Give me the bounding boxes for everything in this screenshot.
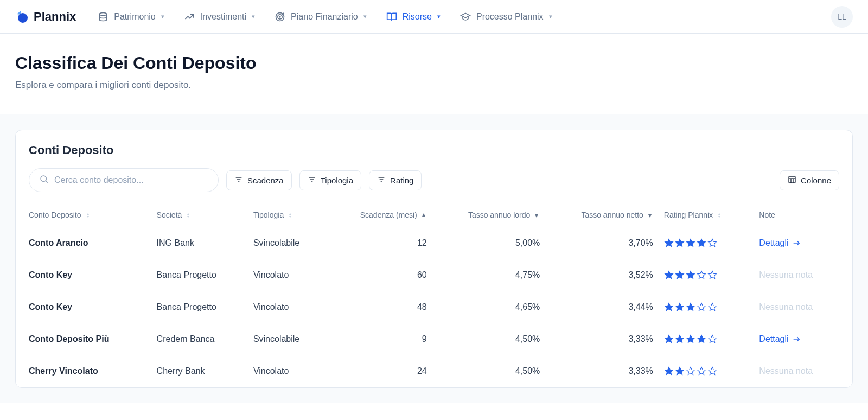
- card-toolbar: ScadenzaTipologiaRating Colonne: [16, 168, 852, 203]
- search-input[interactable]: [54, 175, 208, 185]
- star-filled-icon: [675, 270, 685, 280]
- cell-company: Banca Progetto: [151, 259, 248, 291]
- filter-label: Rating: [390, 176, 413, 185]
- chevron-down-icon: ▾: [363, 13, 367, 20]
- nav-label: Processo Plannix: [476, 12, 544, 22]
- user-avatar[interactable]: LL: [831, 6, 853, 28]
- brand-logo[interactable]: Plannix: [15, 10, 76, 24]
- deposits-table: Conto Deposito Società Tipologia Scadenz…: [16, 203, 852, 387]
- rating-stars: [664, 366, 749, 376]
- cell-rating: [659, 355, 754, 387]
- star-filled-icon: [686, 238, 695, 248]
- cell-name: Conto Key: [16, 291, 151, 323]
- cell-gross: 4,75%: [432, 259, 546, 291]
- cell-type: Svincolabile: [248, 323, 326, 355]
- avatar-initials: LL: [838, 12, 846, 21]
- nav-item-processo-plannix[interactable]: Processo Plannix▾: [460, 11, 552, 22]
- cell-gross: 4,65%: [432, 291, 546, 323]
- sort-icon: [716, 212, 723, 219]
- cell-maturity: 12: [326, 227, 432, 259]
- nav-label: Patrimonio: [114, 12, 155, 22]
- filter-buttons: ScadenzaTipologiaRating: [226, 170, 422, 190]
- table-row: Conto Key Banca Progetto Vincolato 48 4,…: [16, 291, 852, 323]
- col-company[interactable]: Società: [151, 203, 248, 227]
- star-empty-icon: [707, 302, 717, 312]
- cell-net: 3,33%: [545, 355, 659, 387]
- cell-rating: [659, 291, 754, 323]
- nav-item-investimenti[interactable]: Investimenti▾: [184, 11, 255, 22]
- chevron-down-icon: ▾: [161, 13, 164, 20]
- columns-icon: [788, 175, 796, 186]
- page-title: Classifica Dei Conti Deposito: [15, 53, 853, 73]
- star-filled-icon: [686, 334, 695, 344]
- svg-point-0: [18, 13, 28, 23]
- sort-down-icon: [647, 212, 653, 219]
- cell-rating: [659, 259, 754, 291]
- nav-item-patrimonio[interactable]: Patrimonio▾: [98, 11, 164, 22]
- star-empty-icon: [697, 270, 706, 280]
- star-empty-icon: [686, 366, 695, 376]
- star-filled-icon: [686, 302, 695, 312]
- cell-gross: 4,50%: [432, 323, 546, 355]
- rating-stars: [664, 238, 749, 248]
- col-rating[interactable]: Rating Plannix: [659, 203, 754, 227]
- filter-icon: [377, 175, 386, 186]
- col-maturity[interactable]: Scadenza (mesi): [326, 203, 432, 227]
- filter-scadenza[interactable]: Scadenza: [226, 170, 292, 190]
- nav-item-piano-finanziario[interactable]: Piano Finanziario▾: [275, 11, 367, 22]
- search-box[interactable]: [29, 168, 219, 192]
- target-icon: [275, 11, 285, 22]
- star-filled-icon: [675, 302, 685, 312]
- cell-note: Dettagli: [754, 323, 852, 355]
- col-net[interactable]: Tasso annuo netto: [545, 203, 659, 227]
- col-gross[interactable]: Tasso annuo lordo: [432, 203, 546, 227]
- sort-up-icon: [420, 212, 427, 219]
- star-empty-icon: [697, 366, 706, 376]
- table-head: Conto Deposito Società Tipologia Scadenz…: [16, 203, 852, 227]
- filter-label: Scadenza: [247, 176, 284, 185]
- filter-rating[interactable]: Rating: [369, 170, 422, 190]
- star-empty-icon: [707, 366, 717, 376]
- note-empty: Nessuna nota: [759, 366, 813, 376]
- cell-note: Nessuna nota: [754, 291, 852, 323]
- cell-maturity: 24: [326, 355, 432, 387]
- star-filled-icon: [675, 366, 685, 376]
- cell-name: Cherry Vincolato: [16, 355, 151, 387]
- cell-type: Vincolato: [248, 259, 326, 291]
- cell-company: Cherry Bank: [151, 355, 248, 387]
- note-details-link[interactable]: Dettagli: [759, 238, 800, 248]
- book-icon: [386, 11, 397, 22]
- cell-note: Nessuna nota: [754, 355, 852, 387]
- card-title: Conti Deposito: [16, 143, 852, 168]
- table-row: Conto Deposito Più Credem Banca Svincola…: [16, 323, 852, 355]
- brand-icon: [15, 10, 29, 24]
- search-icon: [39, 174, 49, 186]
- columns-button[interactable]: Colonne: [780, 170, 839, 190]
- filter-tipologia[interactable]: Tipologia: [299, 170, 361, 190]
- sort-down-icon: [533, 212, 540, 219]
- trending-icon: [184, 11, 195, 22]
- nav-label: Risorse: [403, 12, 432, 22]
- arrow-right-icon: [792, 335, 801, 343]
- nav-label: Investimenti: [200, 12, 246, 22]
- table-row: Cherry Vincolato Cherry Bank Vincolato 2…: [16, 355, 852, 387]
- col-note: Note: [754, 203, 852, 227]
- col-name[interactable]: Conto Deposito: [16, 203, 151, 227]
- app-header: Plannix Patrimonio▾Investimenti▾Piano Fi…: [0, 0, 868, 34]
- star-filled-icon: [686, 270, 695, 280]
- cell-rating: [659, 323, 754, 355]
- col-type[interactable]: Tipologia: [248, 203, 326, 227]
- svg-line-6: [46, 181, 47, 182]
- cell-net: 3,33%: [545, 323, 659, 355]
- note-details-link[interactable]: Dettagli: [759, 334, 800, 344]
- nav-label: Piano Finanziario: [291, 12, 358, 22]
- cell-type: Vincolato: [248, 355, 326, 387]
- star-empty-icon: [707, 270, 717, 280]
- svg-point-5: [41, 176, 47, 182]
- nav-item-risorse[interactable]: Risorse▾: [386, 11, 441, 22]
- cell-company: Banca Progetto: [151, 291, 248, 323]
- rating-stars: [664, 302, 749, 312]
- cell-net: 3,70%: [545, 227, 659, 259]
- chevron-down-icon: ▾: [252, 13, 255, 20]
- cell-net: 3,52%: [545, 259, 659, 291]
